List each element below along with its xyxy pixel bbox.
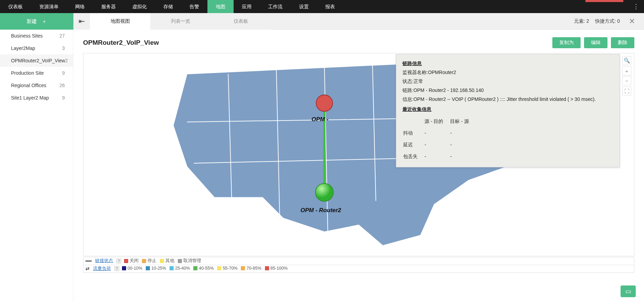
view-tab[interactable]: 地图视图 xyxy=(90,13,150,30)
legend-item: 10-25% xyxy=(146,266,166,271)
sidebar-count: 9 xyxy=(62,70,65,76)
sidebar-item[interactable]: OPMRouter2_VoIP_View2 xyxy=(0,54,73,67)
legend-item: 关闭 xyxy=(124,258,139,264)
col-src-dst: 源 - 目的 xyxy=(425,116,449,127)
delete-button[interactable]: 删除 xyxy=(611,37,634,48)
alert-indicator xyxy=(585,0,623,2)
monitor-row: 监视器名称:OPMRouter2 xyxy=(402,68,613,77)
legend-item: 停止 xyxy=(142,258,156,264)
swatch-icon xyxy=(122,266,126,270)
nav-item-设置[interactable]: 设置 xyxy=(291,0,317,13)
metrics-row: 延迟-- xyxy=(403,139,475,150)
edit-button[interactable]: 编辑 xyxy=(584,37,607,48)
map-area[interactable]: OPM - OPM - Router2 🔍 + − ⛶ 链路信息 监视器名称:O… xyxy=(83,53,634,256)
plus-icon: ＋ xyxy=(42,18,47,25)
nav-item-地图[interactable]: 地图 xyxy=(207,0,234,13)
sidebar-item[interactable]: Regional Offices26 xyxy=(0,79,73,92)
export-button[interactable]: ▭ xyxy=(621,285,636,297)
sidebar-count: 27 xyxy=(59,33,65,39)
kebab-menu-icon[interactable]: ⋮ xyxy=(628,3,644,10)
nav-item-告警[interactable]: 告警 xyxy=(181,0,207,13)
nav-item-存储[interactable]: 存储 xyxy=(155,0,181,13)
node2-label: OPM - Router2 xyxy=(300,207,341,214)
link-row: 链路:OPM - Router2 - 192.168.50.140 xyxy=(402,86,613,95)
collapse-sidebar-icon[interactable]: ⇤ xyxy=(73,13,90,30)
legend-item: 25-40% xyxy=(170,266,190,271)
nav-item-工作流[interactable]: 工作流 xyxy=(260,0,291,13)
sidebar-item[interactable]: Business Sites27 xyxy=(0,30,73,42)
sidebar-label: Regional Offices xyxy=(11,83,46,88)
swatch-icon xyxy=(170,266,174,270)
search-icon[interactable]: 🔍 xyxy=(622,56,631,65)
main-content: OPMRouter2_VoIP_View 复制为 编辑 删除 xyxy=(73,30,644,302)
sidebar-label: Production Site xyxy=(11,70,44,76)
nav-item-资源清单[interactable]: 资源清单 xyxy=(31,0,67,13)
sidebar-label: OPMRouter2_VoIP_View xyxy=(11,58,65,63)
swatch-icon xyxy=(142,259,146,263)
link-info-popup: 链路信息 监视器名称:OPMRouter2 状态:正常 链路:OPM - Rou… xyxy=(396,54,620,167)
summary-info: 元素: 2 快捷方式: 0 ✕ xyxy=(568,13,644,29)
top-nav: 仪表板资源清单网络服务器虚拟化存储告警地图应用工作流设置报表 ⋮ xyxy=(0,0,644,13)
copy-as-button[interactable]: 复制为 xyxy=(552,37,581,48)
sidebar-count: 3 xyxy=(62,45,65,51)
col-dst-src: 目标 - 源 xyxy=(450,116,475,127)
nav-item-应用[interactable]: 应用 xyxy=(234,0,260,13)
popup-header-link: 链路信息 xyxy=(402,59,613,68)
legend: 链接状态 ? 关闭停止其他取消管理 ⇄ 流量负荷 ? 00-10%10-25%2… xyxy=(83,257,634,273)
swatch-icon xyxy=(265,266,269,270)
metrics-table: 源 - 目的目标 - 源 抖动--延迟--包丢失-- xyxy=(402,115,476,163)
help-icon[interactable]: ? xyxy=(116,259,121,263)
view-tab[interactable]: 列表一览 xyxy=(150,13,211,30)
fullscreen-icon[interactable]: ⛶ xyxy=(622,86,631,95)
view-tabs: 地图视图列表一览仪表板 xyxy=(90,13,271,30)
title-row: OPMRouter2_VoIP_View 复制为 编辑 删除 xyxy=(73,30,644,53)
nav-item-报表[interactable]: 报表 xyxy=(317,0,343,13)
metrics-row: 抖动-- xyxy=(403,128,475,139)
legend-item: 其他 xyxy=(160,258,174,264)
legend-traffic-title[interactable]: 流量负荷 xyxy=(92,266,112,272)
legend-link-status-title[interactable]: 链接状态 xyxy=(94,258,114,264)
info-row: 信息:OPM - Router2 -- VOIP ( OPMRouter2 ) … xyxy=(402,95,613,104)
metrics-row: 包丢失-- xyxy=(403,151,475,162)
sidebar-item[interactable]: Layer2Map3 xyxy=(0,42,73,54)
nav-item-虚拟化[interactable]: 虚拟化 xyxy=(124,0,155,13)
help-icon[interactable]: ? xyxy=(114,266,119,271)
arrow-icon: ⇄ xyxy=(85,266,90,271)
view-tab[interactable]: 仪表板 xyxy=(211,13,271,30)
legend-item: 00-10% xyxy=(122,266,142,271)
swatch-icon xyxy=(241,266,245,270)
new-label: 新建 xyxy=(27,18,37,25)
node1-label: OPM - xyxy=(311,116,328,123)
swatch-icon xyxy=(217,266,221,270)
legend-item: 55-70% xyxy=(217,266,237,271)
swatch-icon xyxy=(160,259,164,263)
sidebar-count: 9 xyxy=(62,95,65,101)
sidebar-item[interactable]: Production Site9 xyxy=(0,67,73,79)
swatch-icon xyxy=(146,266,150,270)
toolbar: 新建 ＋ ⇤ 地图视图列表一览仪表板 元素: 2 快捷方式: 0 ✕ xyxy=(0,13,644,30)
swatch-icon xyxy=(178,259,182,263)
shortcut-count: 快捷方式: 0 xyxy=(595,18,620,24)
sidebar-item[interactable]: Site1 Layer2 Map9 xyxy=(0,92,73,104)
sidebar-label: Site1 Layer2 Map xyxy=(11,95,49,101)
zoom-out-button[interactable]: − xyxy=(622,76,631,85)
zoom-in-button[interactable]: + xyxy=(622,66,631,75)
status-row: 状态:正常 xyxy=(402,77,613,86)
legend-link-status-row: 链接状态 ? 关闭停止其他取消管理 xyxy=(83,257,634,265)
legend-traffic-row: ⇄ 流量负荷 ? 00-10%10-25%25-40%40-55%55-70%7… xyxy=(83,265,634,273)
close-icon[interactable]: ✕ xyxy=(626,17,638,26)
node-green[interactable] xyxy=(315,184,333,201)
nav-item-网络[interactable]: 网络 xyxy=(67,0,93,13)
legend-item: 70-85% xyxy=(241,266,261,271)
nav-item-服务器[interactable]: 服务器 xyxy=(93,0,124,13)
element-count: 元素: 2 xyxy=(574,18,589,24)
new-button[interactable]: 新建 ＋ xyxy=(0,13,73,30)
node-red[interactable] xyxy=(316,95,333,112)
sidebar-count: 26 xyxy=(59,83,65,88)
sidebar: Business Sites27Layer2Map3OPMRouter2_VoI… xyxy=(0,30,73,302)
swatch-icon xyxy=(124,259,128,263)
swatch-icon xyxy=(193,266,197,270)
sidebar-label: Business Sites xyxy=(11,33,43,39)
nav-item-仪表板[interactable]: 仪表板 xyxy=(0,0,31,13)
legend-item: 取消管理 xyxy=(178,258,201,264)
